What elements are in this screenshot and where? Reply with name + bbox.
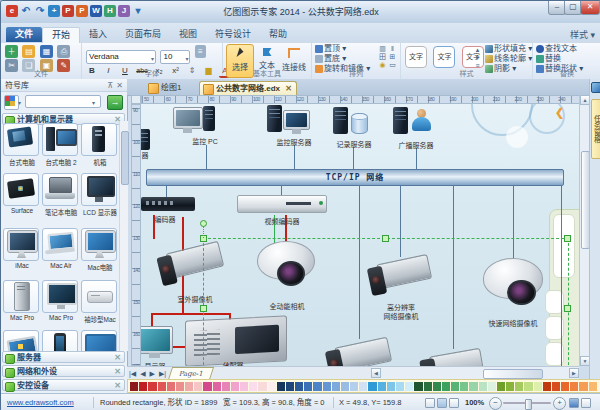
style-preset-1[interactable]: 文字: [405, 46, 427, 68]
document-tab-1[interactable]: 绘图1: [145, 81, 186, 94]
color-swatch-13[interactable]: [249, 382, 257, 391]
symbol-item[interactable]: Mac Pro: [42, 280, 80, 321]
app-icon[interactable]: e: [6, 5, 18, 17]
device-monitoring-pc-tower[interactable]: [203, 106, 215, 131]
color-swatch-37[interactable]: [469, 382, 477, 391]
print-icon[interactable]: ⎙: [57, 45, 70, 58]
symbol-item[interactable]: 台式电脑 2: [42, 123, 80, 167]
connector-line[interactable]: [294, 145, 295, 169]
color-swatch-32[interactable]: [424, 382, 432, 391]
style-scroll-up-icon[interactable]: ▴: [473, 46, 482, 54]
panel-close-icon[interactable]: ✕: [116, 81, 123, 90]
scroll-right-icon[interactable]: ▶: [569, 368, 579, 378]
color-swatch-3[interactable]: [158, 382, 166, 391]
color-swatch-20[interactable]: [313, 382, 321, 391]
ribbon-tab-4[interactable]: 视图: [170, 27, 206, 42]
color-swatch-16[interactable]: [277, 382, 285, 391]
symbol-grid-scrollbar[interactable]: [119, 121, 128, 351]
find-text-button[interactable]: 查找文本: [536, 44, 583, 54]
symbol-item[interactable]: [42, 330, 80, 351]
device-record-database[interactable]: [351, 113, 368, 134]
color-swatch-19[interactable]: [304, 382, 312, 391]
shape-fill-button[interactable]: 形状填充 ▾: [485, 44, 532, 54]
open-icon[interactable]: ▤: [22, 45, 35, 58]
device-record-server[interactable]: [333, 107, 348, 134]
page-view-icon[interactable]: [437, 398, 447, 408]
search-arrow-icon[interactable]: ▾: [92, 99, 95, 106]
task-pane-tab[interactable]: 任务窗格: [591, 99, 600, 159]
close-button[interactable]: ✕: [580, 1, 600, 15]
color-swatch-50[interactable]: [589, 382, 597, 391]
symbol-item[interactable]: [81, 330, 119, 351]
color-swatch-36[interactable]: [460, 382, 468, 391]
color-swatch-41[interactable]: [506, 382, 514, 391]
connector-line[interactable]: [166, 185, 167, 197]
add-library-button[interactable]: →: [107, 95, 123, 110]
color-swatch-23[interactable]: [341, 382, 349, 391]
color-swatch-17[interactable]: [286, 382, 294, 391]
color-swatch-40[interactable]: [497, 382, 505, 391]
color-swatch-26[interactable]: [368, 382, 376, 391]
device-broadcast-server[interactable]: [393, 107, 408, 134]
export-html-icon[interactable]: H: [104, 5, 116, 17]
ribbon-tab-6[interactable]: 帮助: [260, 27, 296, 42]
color-swatch-15[interactable]: [268, 382, 276, 391]
connector-line-red[interactable]: [151, 313, 153, 327]
color-swatch-7[interactable]: [194, 382, 202, 391]
drawing-canvas[interactable]: ❮ TCP/IP 网络 器: [141, 104, 579, 366]
document-tab-2[interactable]: 公共数字网络.edx ✕: [199, 81, 297, 95]
color-swatch-31[interactable]: [414, 382, 422, 391]
tcp-network-bar[interactable]: TCP/IP 网络: [146, 169, 564, 186]
color-swatch-9[interactable]: [213, 382, 221, 391]
style-scroll-down-icon[interactable]: ▾: [473, 54, 482, 62]
theme-style-button[interactable]: 样式 ▾: [570, 28, 595, 42]
line-outline-button[interactable]: 线条轮廓 ▾: [485, 54, 532, 64]
symbol-item[interactable]: Mac Pro: [3, 280, 41, 321]
zoom-slider-thumb[interactable]: [525, 399, 532, 410]
rotation-handle[interactable]: [200, 220, 207, 227]
replace-button[interactable]: 替换: [536, 54, 583, 64]
category-close-icon[interactable]: ✕: [114, 366, 121, 378]
group-shapes-icon[interactable]: 田: [378, 53, 387, 61]
connector-line[interactable]: [206, 145, 207, 169]
color-swatch-42[interactable]: [515, 382, 523, 391]
color-swatch-30[interactable]: [405, 382, 413, 391]
symbol-item[interactable]: 机箱: [81, 123, 119, 167]
device-video-encoder[interactable]: [237, 195, 327, 213]
color-swatch-11[interactable]: [231, 382, 239, 391]
new-document-icon[interactable]: +: [48, 5, 60, 17]
color-swatch-47[interactable]: [561, 382, 569, 391]
color-swatch-29[interactable]: [396, 382, 404, 391]
color-swatch-35[interactable]: [451, 382, 459, 391]
color-swatch-4[interactable]: [167, 382, 175, 391]
export-ppt-icon[interactable]: P: [76, 5, 88, 17]
export-word-icon[interactable]: W: [90, 5, 102, 17]
undo-icon[interactable]: ↶: [20, 5, 32, 17]
export-pdf-icon[interactable]: P: [62, 5, 74, 17]
tab-close-icon[interactable]: ✕: [285, 82, 292, 95]
symbol-item[interactable]: LCD 显示器: [81, 173, 119, 217]
selection-rectangle[interactable]: [203, 238, 569, 366]
align-icon[interactable]: ▥: [378, 45, 387, 53]
symbol-item[interactable]: 台式电脑: [3, 123, 41, 167]
ribbon-tab-5[interactable]: 符号设计: [206, 27, 260, 42]
case-icon[interactable]: ≡: [195, 45, 206, 58]
color-swatch-46[interactable]: [552, 382, 560, 391]
color-swatch-48[interactable]: [570, 382, 578, 391]
zoom-slider[interactable]: [503, 402, 551, 404]
fit-page-icon[interactable]: [569, 398, 579, 408]
color-swatch-45[interactable]: [543, 382, 551, 391]
symbol-search-input[interactable]: [25, 95, 101, 108]
color-swatch-49[interactable]: [579, 382, 587, 391]
pin-icon[interactable]: ⊼: [107, 81, 113, 90]
ribbon-tab-3[interactable]: 页面布局: [116, 27, 170, 42]
full-view-icon[interactable]: [449, 398, 459, 408]
color-swatch-10[interactable]: [222, 382, 230, 391]
color-swatch-18[interactable]: [295, 382, 303, 391]
symbol-item[interactable]: Surface: [3, 173, 41, 214]
category-collapsed-0[interactable]: 服务器✕: [2, 351, 125, 363]
style-preset-2[interactable]: 文字: [433, 46, 455, 68]
symbol-item[interactable]: 袖珍型Mac: [81, 280, 119, 324]
color-swatch-6[interactable]: [185, 382, 193, 391]
device-monitoring-server[interactable]: [267, 105, 282, 132]
